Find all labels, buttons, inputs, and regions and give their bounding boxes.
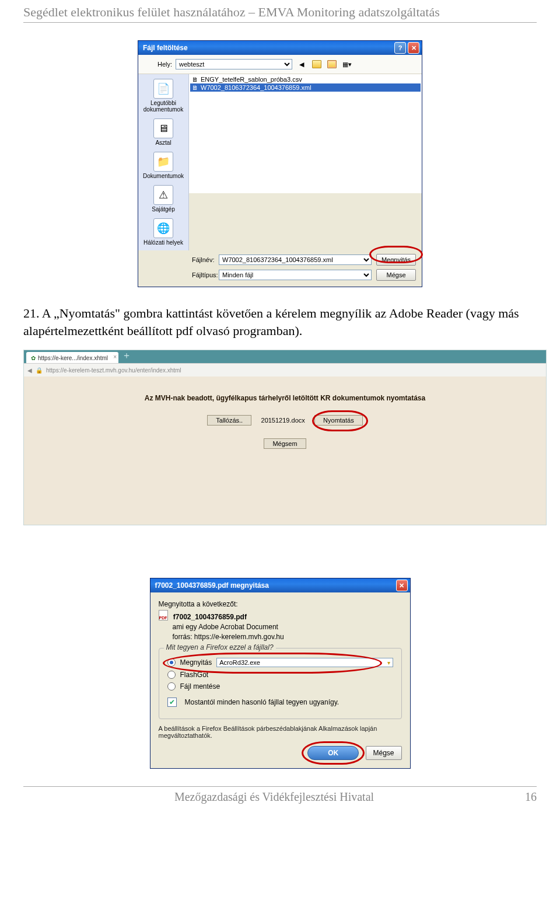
file-icon: 🗎 xyxy=(192,76,198,83)
places-mycomputer[interactable]: ⚠ Sajátgép xyxy=(139,185,187,212)
footer-org: Mezőgazdasági és Vidékfejlesztési Hivata… xyxy=(23,790,525,804)
pdf-icon: PDF xyxy=(159,610,168,620)
ok-button[interactable]: OK xyxy=(307,746,359,760)
chevron-down-icon: ▾ xyxy=(387,660,390,666)
dialog-title: Fájl feltöltése xyxy=(143,44,188,52)
mycomputer-icon: ⚠ xyxy=(153,185,173,205)
radio-flashgot[interactable] xyxy=(167,671,176,679)
places-recent[interactable]: 📄 Legutóbbi dokumentumok xyxy=(139,79,187,113)
cancel-button[interactable]: Mégse xyxy=(376,269,416,281)
dialog-titlebar[interactable]: Fájl feltöltése ? ✕ xyxy=(138,41,422,55)
lock-icon: 🔒 xyxy=(36,367,43,374)
cancel-button[interactable]: Mégse xyxy=(366,746,402,760)
fieldset-legend: Mit tegyen a Firefox ezzel a fájllal? xyxy=(164,643,276,651)
list-item[interactable]: 🗎 ENGY_tetelfeR_sablon_próba3.csv xyxy=(190,75,421,83)
save-label: Fájl mentése xyxy=(180,682,220,691)
network-icon: 🌐 xyxy=(153,218,173,238)
file-upload-dialog: Fájl feltöltése ? ✕ Hely: webteszt ◀ ▦▾ … xyxy=(138,40,422,287)
print-button[interactable]: Nyomtatás xyxy=(314,415,363,426)
file-name: f7002_1004376859.pdf xyxy=(173,613,247,621)
places-bar: 📄 Legutóbbi dokumentumok 🖥 Asztal 📁 Doku… xyxy=(138,74,189,250)
places-desktop[interactable]: 🖥 Asztal xyxy=(139,118,187,146)
document-header: Segédlet elektronikus felület használatá… xyxy=(23,0,537,23)
page-number: 16 xyxy=(525,790,537,804)
page-title: Az MVH-nak beadott, ügyfélkapus tárhelyr… xyxy=(30,394,540,402)
new-folder-icon[interactable] xyxy=(326,58,338,70)
close-icon[interactable]: ✕ xyxy=(408,42,419,54)
dialog-titlebar[interactable]: f7002_1004376859.pdf megnyitása ✕ xyxy=(150,578,410,592)
radio-save[interactable] xyxy=(167,682,176,691)
filename-label: Fájlnév: xyxy=(192,256,219,263)
close-tab-icon[interactable]: × xyxy=(113,354,117,360)
new-tab-icon[interactable]: ＋ xyxy=(122,350,131,362)
instruction-text: 21. A „Nyomtatás" gombra kattintást köve… xyxy=(23,305,537,339)
documents-icon: 📁 xyxy=(153,152,173,172)
app-icon: ✿ xyxy=(31,355,36,361)
open-with-label: Megnyitás xyxy=(180,658,212,667)
location-label: Hely: xyxy=(143,61,172,68)
source-url: https://e-kerelem.mvh.gov.hu xyxy=(194,633,284,641)
places-documents[interactable]: 📁 Dokumentumok xyxy=(139,152,187,179)
file-icon: 🗎 xyxy=(192,84,198,91)
close-icon[interactable]: ✕ xyxy=(396,580,408,591)
file-list[interactable]: 🗎 ENGY_tetelfeR_sablon_próba3.csv 🗎 W700… xyxy=(189,74,422,193)
desktop-icon: 🖥 xyxy=(153,118,173,138)
opened-label: Megnyitotta a következőt: xyxy=(159,600,402,608)
flashgot-label: FlashGot xyxy=(180,671,209,679)
list-item[interactable]: 🗎 W7002_8106372364_1004376859.xml xyxy=(190,83,421,92)
firefox-open-dialog: f7002_1004376859.pdf megnyitása ✕ Megnyi… xyxy=(150,578,411,769)
filetype-label: Fájltípus: xyxy=(192,271,219,278)
dialog-title: f7002_1004376859.pdf megnyitása xyxy=(155,581,269,590)
open-button[interactable]: Megnyitás xyxy=(376,254,416,266)
settings-note: A beállítások a Firefox Beállítások párb… xyxy=(159,725,402,739)
radio-open-with[interactable] xyxy=(167,658,176,667)
app-select[interactable]: AcroRd32.exe ▾ xyxy=(216,658,393,667)
cancel-button[interactable]: Mégsem xyxy=(264,438,306,449)
filetype-select[interactable]: Minden fájl xyxy=(219,270,372,280)
address-bar[interactable]: https://e-kerelem-teszt.mvh.gov.hu/enter… xyxy=(46,367,181,374)
browse-button[interactable]: Tallózás.. xyxy=(207,415,251,426)
places-network[interactable]: 🌐 Hálózati helyek xyxy=(139,218,187,246)
doc-type: Adobe Acrobat Document xyxy=(198,623,278,631)
back-nav-icon[interactable]: ◀ xyxy=(27,367,32,374)
browser-tab[interactable]: ✿ https://e-kere.../index.xhtml × xyxy=(26,352,118,363)
up-folder-icon[interactable] xyxy=(311,58,323,70)
remember-label: Mostantól minden hasonló fájllal tegyen … xyxy=(185,698,340,706)
filename-input[interactable]: W7002_8106372364_1004376859.xml xyxy=(219,254,372,265)
location-select[interactable]: webteszt xyxy=(176,59,292,69)
view-menu-icon[interactable]: ▦▾ xyxy=(341,58,353,70)
webapp-screenshot: ✿ https://e-kere.../index.xhtml × ＋ ◀ 🔒 … xyxy=(23,350,547,525)
recent-docs-icon: 📄 xyxy=(153,79,173,99)
help-icon[interactable]: ? xyxy=(394,42,406,54)
selected-file-label: 20151219.docx xyxy=(256,416,311,425)
remember-checkbox[interactable]: ✔ xyxy=(167,698,177,707)
back-icon[interactable]: ◀ xyxy=(296,58,307,70)
